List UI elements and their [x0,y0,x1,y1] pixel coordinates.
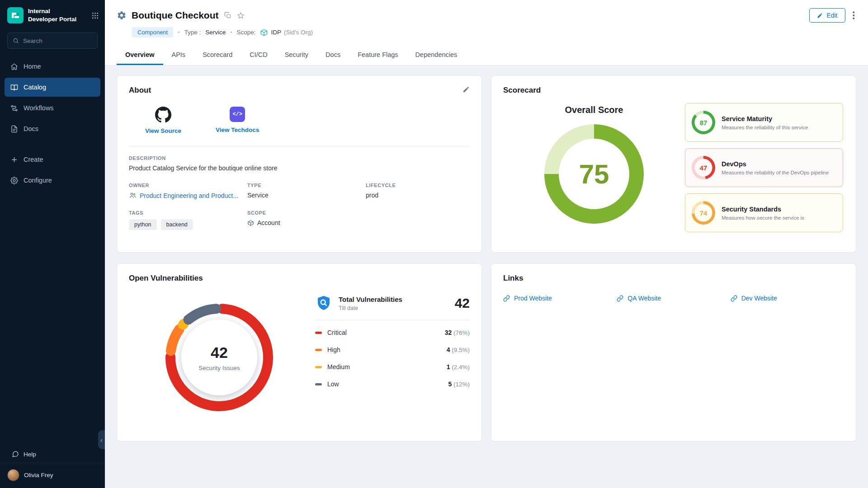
type-value: Service [205,29,226,36]
security-issues-label: Security Issues [198,365,240,371]
description-label: DESCRIPTION [129,155,470,161]
score-name: Service Maturity [722,115,808,122]
user-menu[interactable]: Olivia Frey [0,463,105,488]
help-button[interactable]: Help [0,446,105,463]
score-mini-donut: 47 [692,156,715,179]
tab-bar: Overview APIs Scorecard CI/CD Security D… [105,44,868,66]
about-card: About View Source </> View Techdocs [117,75,482,253]
sidebar-item-catalog[interactable]: Catalog [5,78,100,97]
type-block: TYPE Service [247,183,366,199]
total-vulnerabilities-row: Total Vulnerabilities Till date 42 [315,295,470,312]
owner-block: OWNER Product Engineering and Product... [129,183,247,199]
tab-feature-flags[interactable]: Feature Flags [349,44,406,65]
gear-icon [10,177,18,184]
vuln-pct: (12%) [453,381,470,388]
link-qa-website[interactable]: QA Website [617,295,730,302]
vuln-label: Critical [327,329,347,336]
edit-button[interactable]: Edit [809,8,845,23]
type-value: Service [247,192,366,199]
sidebar-item-create[interactable]: Create [5,150,100,169]
catalog-icon [10,84,18,91]
vulnerabilities-donut-center: 42 Security Issues [181,319,257,395]
link-label: Prod Website [514,295,552,302]
search-input[interactable] [23,38,92,44]
tab-docs[interactable]: Docs [317,44,349,65]
main-area: Boutique Checkout Edit [105,0,868,488]
link-label: Dev Website [741,295,777,302]
user-name: Olivia Frey [24,472,53,479]
tab-overview[interactable]: Overview [117,44,163,65]
scope-block: SCOPE Account [247,210,366,230]
divider [315,320,470,320]
account-scope-icon [247,220,254,226]
vuln-dash [315,383,322,385]
sidebar-search[interactable] [7,33,98,49]
pencil-icon [817,13,823,19]
copy-icon[interactable] [224,12,231,19]
content-grid: About View Source </> View Techdocs [105,66,868,488]
scope-name: IDP [271,29,281,36]
scope-label: SCOPE [247,210,366,216]
vuln-label: Medium [327,363,350,371]
scope-org: (Sid's Org) [284,29,313,36]
score-name: Security Standards [722,206,804,213]
owner-link[interactable]: Product Engineering and Product... [129,192,242,199]
tab-dependencies[interactable]: Dependencies [407,44,466,65]
view-source-link[interactable]: View Source [145,107,181,134]
sidebar-item-home[interactable]: Home [5,57,100,76]
sidebar-item-label: Create [24,156,43,163]
scorecard-item[interactable]: 87 Service Maturity Measures the reliabi… [685,103,843,142]
view-techdocs-label: View Techdocs [216,127,259,133]
people-icon [129,192,137,199]
overall-score-title: Overall Score [565,105,623,115]
total-vulnerabilities-sub: Till date [339,305,402,311]
apps-grid-icon[interactable] [92,12,99,19]
sidebar-item-docs[interactable]: Docs [5,119,100,138]
vuln-count: 4 [447,346,450,353]
score-desc: Measures how secure the service is [722,215,804,221]
tag-pill[interactable]: python [129,219,157,230]
link-dev-website[interactable]: Dev Website [731,295,844,302]
vulnerabilities-donut: 42 Security Issues [165,304,273,411]
scorecard-item[interactable]: 47 DevOps Measures the reliability of th… [685,148,843,187]
vuln-label: Low [327,380,339,388]
vulnerabilities-card-title: Open Vulnerabilities [129,274,470,283]
score-value: 47 [692,156,715,179]
owner-label: OWNER [129,183,247,188]
vuln-dash [315,366,322,368]
sidebar-item-label: Home [24,63,41,70]
avatar [7,469,19,481]
view-techdocs-link[interactable]: </> View Techdocs [216,107,259,134]
scorecard-card-title: Scorecard [503,86,844,95]
lifecycle-label: LIFECYCLE [366,183,470,188]
sidebar-item-workflows[interactable]: Workflows [5,99,100,117]
tab-apis[interactable]: APIs [163,44,194,65]
tab-security[interactable]: Security [276,44,317,65]
brand-title: Internal Developer Portal [28,7,76,23]
star-icon[interactable] [237,12,245,19]
about-card-title: About [129,86,470,95]
about-edit-pencil-icon[interactable] [462,86,470,93]
scope-cube-icon [260,28,268,37]
brand-logo-icon [7,7,24,23]
home-icon [10,63,18,70]
link-prod-website[interactable]: Prod Website [503,295,617,302]
sidebar-item-configure[interactable]: Configure [5,171,100,190]
shield-search-icon [315,295,332,312]
scope-key: Scope: [236,29,255,36]
help-chat-icon [12,450,19,458]
tab-scorecard[interactable]: Scorecard [194,44,241,65]
kind-badge: Component [132,27,173,38]
vuln-row-high: High 4 (9.5%) [315,341,470,358]
divider [129,146,470,146]
lifecycle-value: prod [366,192,470,199]
kebab-menu-icon[interactable] [853,11,855,19]
sidebar-collapse-handle[interactable]: ‹ [98,430,105,449]
owner-value: Product Engineering and Product... [140,192,238,199]
tag-pill[interactable]: backend [161,219,193,230]
tab-cicd[interactable]: CI/CD [241,44,276,65]
scorecard-item[interactable]: 74 Security Standards Measures how secur… [685,193,843,232]
vuln-pct: (2.4%) [452,364,470,371]
page-title: Boutique Checkout [132,10,219,21]
link-label: QA Website [627,295,661,302]
